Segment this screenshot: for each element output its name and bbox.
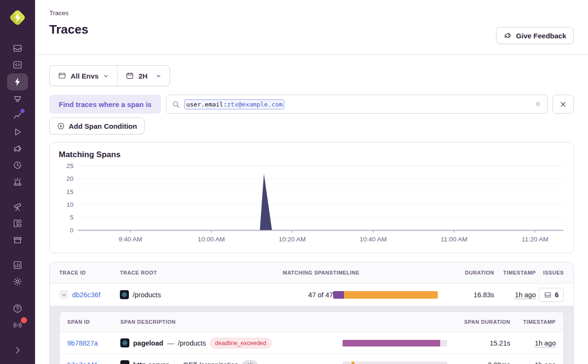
give-feedback-label: Give Feedback (516, 32, 566, 40)
sidebar-item-insights[interactable] (7, 107, 28, 124)
sidebar-item-replays[interactable] (7, 124, 28, 140)
trace-row: db26c36f /products 47 of 47 16.83s 1h ag… (50, 284, 573, 306)
sidebar-item-dashboards[interactable] (7, 215, 28, 231)
span-duration: 2.00ms (461, 361, 510, 364)
chevron-down-icon (103, 73, 109, 79)
trace-root: /products (133, 291, 161, 299)
give-feedback-button[interactable]: Give Feedback (496, 27, 574, 44)
date-range-value: 2H (138, 72, 147, 80)
chevron-down-icon (155, 73, 162, 79)
col-span-timestamp: TIMESTAMP (510, 319, 556, 325)
trace-timestamp[interactable]: 1h ago (515, 291, 536, 299)
expanded-trace-section: SPAN ID SPAN DESCRIPTION SPAN DURATION T… (50, 306, 573, 364)
col-timestamp: TIMESTAMP (494, 270, 536, 275)
svg-text:11:20 AM: 11:20 AM (522, 236, 548, 243)
matching-spans-count: 47 of 47 (277, 291, 333, 299)
chart-title: Matching Spans (59, 150, 564, 160)
search-token[interactable]: user.email:ztv@example.com (184, 99, 285, 109)
span-id-link[interactable]: 9b78827a (67, 339, 98, 347)
col-trace-id: TRACE ID (59, 270, 120, 275)
span-row: b7a7e441 ex http.server — GET /organizat… (60, 354, 563, 364)
sidebar-item-explore[interactable] (7, 199, 28, 215)
sidebar-item-help[interactable] (7, 301, 28, 317)
react-icon (120, 290, 129, 299)
trace-duration: 16.83s (452, 291, 494, 299)
sidebar-item-history[interactable] (7, 157, 28, 173)
trace-timeline-bar[interactable] (333, 291, 438, 299)
span-separator: — (167, 339, 174, 347)
status-badge-deadline-exceeded: deadline_exceeded (210, 338, 271, 348)
sidebar-item-whats-new[interactable] (7, 317, 28, 333)
plus-circle-icon (57, 122, 65, 130)
trace-id-link[interactable]: db26c36f (72, 291, 100, 299)
window-icon (58, 71, 66, 80)
span-row: 9b78827a pageload — /products deadline_e… (60, 332, 563, 354)
sidebar-item-archive[interactable] (7, 232, 28, 248)
span-timestamp[interactable]: 1h ago (535, 361, 556, 364)
sidebar-item-stats[interactable] (7, 257, 28, 273)
col-issues: ISSUES (536, 270, 564, 275)
page-title: Traces (49, 22, 574, 37)
trace-issues-button[interactable]: 6 (539, 288, 564, 302)
svg-text:10:40 AM: 10:40 AM (360, 236, 387, 243)
span-separator: — (172, 361, 180, 364)
traces-page: Traces Traces Give Feedback All Envs 2H (0, 0, 588, 364)
add-span-condition-button[interactable]: Add Span Condition (49, 117, 145, 134)
sidebar-item-issues[interactable] (7, 40, 28, 56)
trace-table-header: TRACE ID TRACE ROOT MATCHING SPANS TIMEL… (50, 262, 573, 284)
svg-text:10:00 AM: 10:00 AM (198, 236, 225, 243)
sidebar-item-settings[interactable] (7, 274, 28, 290)
svg-text:25: 25 (66, 162, 73, 169)
collapse-row-button[interactable] (59, 290, 68, 299)
issues-icon (544, 291, 552, 299)
svg-text:10:20 AM: 10:20 AM (279, 236, 306, 243)
sidebar (0, 0, 35, 364)
span-timeline-bar[interactable] (343, 340, 447, 346)
col-trace-root: TRACE ROOT (120, 270, 277, 275)
filter-group: All Envs 2H (49, 65, 170, 86)
add-span-condition-label: Add Span Condition (69, 122, 137, 130)
col-matching-spans: MATCHING SPANS (277, 270, 333, 275)
col-span-description: SPAN DESCRIPTION (120, 319, 343, 325)
svg-text:10: 10 (66, 201, 73, 208)
sidebar-item-performance-active[interactable] (7, 73, 28, 90)
trace-table: TRACE ID TRACE ROOT MATCHING SPANS TIMEL… (49, 262, 574, 364)
span-timestamp[interactable]: 1h ago (535, 339, 556, 347)
svg-text:15: 15 (66, 188, 73, 195)
sentry-logo[interactable] (7, 7, 28, 28)
span-description: GET /organization (183, 361, 238, 364)
token-key: user.email: (186, 101, 227, 108)
remove-condition-button[interactable] (552, 95, 574, 114)
sidebar-collapse-button[interactable] (7, 342, 28, 358)
sidebar-item-projects[interactable] (7, 57, 28, 73)
express-icon: ex (120, 360, 129, 364)
clear-search-button[interactable] (534, 100, 542, 108)
react-icon (120, 338, 129, 347)
span-id-link[interactable]: b7a7e441 (67, 361, 98, 364)
span-duration: 15.21s (461, 339, 510, 347)
col-duration: DURATION (452, 270, 494, 275)
content: All Envs 2H Find traces where a span is … (35, 55, 588, 364)
span-search-input[interactable]: user.email:ztv@example.com (166, 95, 548, 114)
search-icon (172, 100, 180, 108)
span-op: http.server (133, 361, 169, 364)
sidebar-item-releases[interactable] (7, 91, 28, 107)
matching-spans-chart[interactable]: 05101520259:40 AM10:00 AM10:20 AM10:40 A… (59, 160, 564, 248)
span-op: pageload (133, 339, 163, 347)
sidebar-item-feedback[interactable] (7, 141, 28, 157)
col-timeline: TIMELINE (333, 270, 452, 275)
span-condition-row: Find traces where a span is user.email:z… (49, 95, 574, 114)
sidebar-item-crons[interactable] (7, 174, 28, 190)
environment-selector[interactable]: All Envs (50, 71, 117, 80)
span-table: SPAN ID SPAN DESCRIPTION SPAN DURATION T… (59, 311, 564, 364)
trace-issues-count: 6 (555, 291, 559, 299)
span-table-header: SPAN ID SPAN DESCRIPTION SPAN DURATION T… (60, 312, 563, 332)
date-range-selector[interactable]: 2H (118, 71, 170, 80)
calendar-icon (126, 71, 134, 80)
span-description: /products (178, 339, 206, 347)
breadcrumb[interactable]: Traces (49, 9, 574, 17)
col-span-id: SPAN ID (67, 319, 120, 325)
insights-notification-dot (20, 109, 25, 113)
span-timeline-bar[interactable] (343, 362, 447, 364)
matching-spans-chart-card: Matching Spans 05101520259:40 AM10:00 AM… (49, 142, 574, 253)
